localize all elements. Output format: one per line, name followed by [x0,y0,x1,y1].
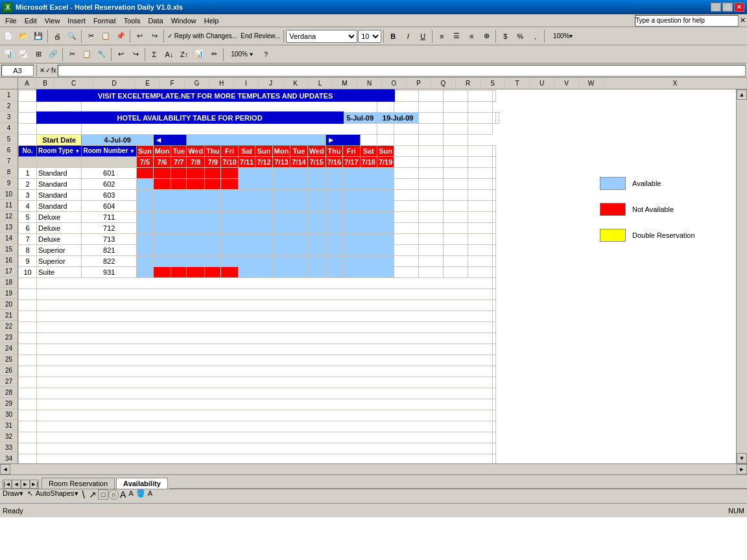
table-row-8[interactable]: 1 Standard 601 [19,167,499,178]
room3-day5[interactable] [205,189,221,200]
table-row-14[interactable]: 7 Deluxe 713 [19,233,499,244]
col-header-i[interactable]: I [234,78,259,89]
room3-day2[interactable] [153,189,171,200]
room3-day8[interactable] [255,189,272,200]
room1-day15[interactable] [377,167,394,178]
maximize-button[interactable]: □ [722,3,733,12]
scroll-right-button[interactable]: ► [737,464,747,474]
room2-day7[interactable] [238,178,255,189]
room1-day4[interactable] [187,167,205,178]
room9-day1[interactable] [137,255,154,266]
room8-day15[interactable] [377,244,394,255]
room8-day7[interactable] [238,244,255,255]
room1-day7[interactable] [238,167,255,178]
font-color-tool[interactable]: A [147,489,154,503]
col-header-q[interactable]: Q [431,78,456,89]
room5-day1[interactable] [137,211,154,222]
tb2-btn6[interactable]: 📋 [80,47,94,62]
col-header-h[interactable]: H [209,78,234,89]
table-row-15[interactable]: 8 Superior 821 [19,244,499,255]
wordart-tool[interactable]: A [127,489,134,503]
cursor-tool[interactable]: ↖ [26,489,34,503]
align-left[interactable]: ≡ [434,29,449,43]
room3-day4[interactable] [187,189,205,200]
room7-day9[interactable] [272,233,290,244]
formula-insert-fn[interactable]: fx [51,67,56,74]
col-header-x[interactable]: X [604,78,747,89]
cut-button[interactable]: ✂ [84,29,98,43]
room4-day12[interactable] [326,200,342,211]
scroll-left-btn[interactable]: ◄ [153,134,186,145]
tab-room-reservation[interactable]: Room Reservation [42,478,115,489]
room6-day1[interactable] [137,222,154,233]
col-header-e[interactable]: E [136,78,160,89]
room9-day15[interactable] [377,255,394,266]
scroll-track-horizontal[interactable] [10,466,737,472]
formula-input[interactable]: HOTEL AVAILABILITY TABLE FOR PERIOD [58,65,746,76]
col-header-j[interactable]: J [259,78,283,89]
room7-day14[interactable] [360,233,377,244]
table-row-12[interactable]: 5 Deluxe 711 [19,211,499,222]
room2-day6[interactable] [221,178,238,189]
tb2-btn4[interactable]: 🔗 [46,47,60,62]
room9-day11[interactable] [307,255,326,266]
room1-day12[interactable] [326,167,342,178]
col-header-g[interactable]: G [185,78,209,89]
room9-day14[interactable] [360,255,377,266]
autoshapes-label[interactable]: AutoShapes▾ [34,489,80,503]
room1-day6[interactable] [221,167,238,178]
room4-day8[interactable] [255,200,272,211]
room8-day8[interactable] [255,244,272,255]
room8-day4[interactable] [187,244,205,255]
room7-day1[interactable] [137,233,154,244]
draw-button[interactable]: ✏ [207,47,221,62]
room10-day8[interactable] [255,266,272,277]
room5-day6[interactable] [221,211,238,222]
col-header-l[interactable]: L [308,78,333,89]
col-header-t[interactable]: T [505,78,530,89]
menu-help[interactable]: Help [200,16,223,25]
col-header-f[interactable]: F [160,78,185,89]
room8-day1[interactable] [137,244,154,255]
horizontal-scrollbar[interactable]: ◄ ► [0,463,747,474]
menu-data[interactable]: Data [144,16,167,25]
room9-day9[interactable] [272,255,290,266]
room2-day9[interactable] [272,178,290,189]
room4-day13[interactable] [343,200,360,211]
room5-day4[interactable] [187,211,205,222]
col-header-d[interactable]: D [93,78,136,89]
chart-button[interactable]: 📊 [192,47,206,62]
room3-day13[interactable] [343,189,360,200]
percent[interactable]: % [513,29,527,43]
room4-day11[interactable] [307,200,326,211]
room1-day10[interactable] [290,167,307,178]
col-header-b[interactable]: B [36,78,54,89]
room8-day6[interactable] [221,244,238,255]
room6-day6[interactable] [221,222,238,233]
sum-button[interactable]: Σ [147,47,161,62]
room2-day2[interactable] [153,178,171,189]
tb2-btn1[interactable]: 📊 [1,47,16,62]
col-header-o[interactable]: O [382,78,407,89]
sheet-prev-button[interactable]: ◄ [12,480,21,489]
room10-day4[interactable] [187,266,205,277]
room5-day14[interactable] [360,211,377,222]
room10-day6[interactable] [221,266,238,277]
room5-day8[interactable] [255,211,272,222]
room1-day13[interactable] [343,167,360,178]
help-btn[interactable]: ? [259,47,273,62]
room9-day8[interactable] [255,255,272,266]
room9-day4[interactable] [187,255,205,266]
col-header-a[interactable]: A [18,78,36,89]
draw-label[interactable]: Draw▾ [0,489,26,503]
room10-day7[interactable] [238,266,255,277]
copy-button[interactable]: 📋 [99,29,113,43]
room2-day14[interactable] [360,178,377,189]
menu-tools[interactable]: Tools [120,16,145,25]
menu-file[interactable]: File [1,16,21,25]
room6-day5[interactable] [205,222,221,233]
room1-day5[interactable] [205,167,221,178]
room5-day9[interactable] [272,211,290,222]
scroll-track-vertical[interactable] [737,100,746,453]
room1-day14[interactable] [360,167,377,178]
